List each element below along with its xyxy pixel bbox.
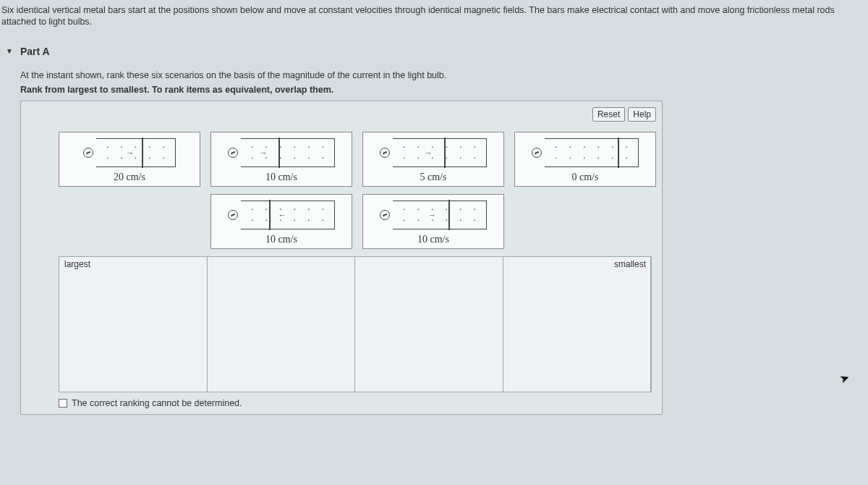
tile-10cms-a[interactable]: •••••••••••• 10 cm/s xyxy=(210,132,352,187)
circuit-diagram-icon: •••••••••••• xyxy=(532,135,639,170)
tile-label: 5 cm/s xyxy=(420,172,447,183)
tile-label: 10 cm/s xyxy=(265,234,297,245)
smallest-label: smallest xyxy=(612,258,648,270)
circuit-diagram-icon: •••••••••• xyxy=(83,135,176,170)
rank-slot[interactable] xyxy=(59,257,208,392)
largest-label: largest xyxy=(62,258,93,270)
reset-button[interactable]: Reset xyxy=(592,107,625,122)
tile-20cms[interactable]: •••••••••• 20 cm/s xyxy=(59,132,200,187)
tile-10cms-b[interactable]: •••••••••••• 10 cm/s xyxy=(210,194,352,249)
tiles-pool: •••••••••• 20 cm/s •••••••••••• xyxy=(27,129,656,249)
help-button[interactable]: Help xyxy=(628,107,656,122)
tile-10cms-c[interactable]: •••••••••••• 10 cm/s xyxy=(362,194,504,249)
tile-label: 10 cm/s xyxy=(265,172,297,183)
tile-5cms[interactable]: •••••••••••• 5 cm/s xyxy=(362,132,504,187)
circuit-diagram-icon: •••••••••••• xyxy=(228,135,335,170)
circuit-diagram-icon: •••••••••••• xyxy=(380,198,487,232)
tile-label: 0 cm/s xyxy=(572,172,599,183)
tile-label: 20 cm/s xyxy=(114,172,145,183)
circuit-diagram-icon: •••••••••••• xyxy=(380,135,487,170)
checkbox-label: The correct ranking cannot be determined… xyxy=(72,398,242,408)
instruction-text: Rank from largest to smallest. To rank i… xyxy=(20,85,848,95)
rank-slot[interactable] xyxy=(355,257,503,392)
collapse-caret-icon[interactable]: ▼ xyxy=(6,47,13,55)
ranking-drop-zone[interactable]: largest smallest xyxy=(59,256,652,392)
ranking-widget: Reset Help •••••••••• 20 cm/s xyxy=(20,101,663,415)
rank-slot[interactable] xyxy=(208,257,356,392)
question-text: At the instant shown, rank these six sce… xyxy=(20,70,848,80)
rank-slot[interactable] xyxy=(503,257,652,392)
circuit-diagram-icon: •••••••••••• xyxy=(228,198,335,232)
part-header: ▼ Part A xyxy=(0,38,868,70)
tile-0cms[interactable]: •••••••••••• 0 cm/s xyxy=(514,132,656,187)
checkbox-icon[interactable] xyxy=(59,399,67,408)
part-title: Part A xyxy=(20,46,50,57)
tile-label: 10 cm/s xyxy=(417,234,449,245)
problem-statement: Six identical vertical metal bars start … xyxy=(0,0,868,38)
cannot-determine-row[interactable]: The correct ranking cannot be determined… xyxy=(59,398,656,408)
